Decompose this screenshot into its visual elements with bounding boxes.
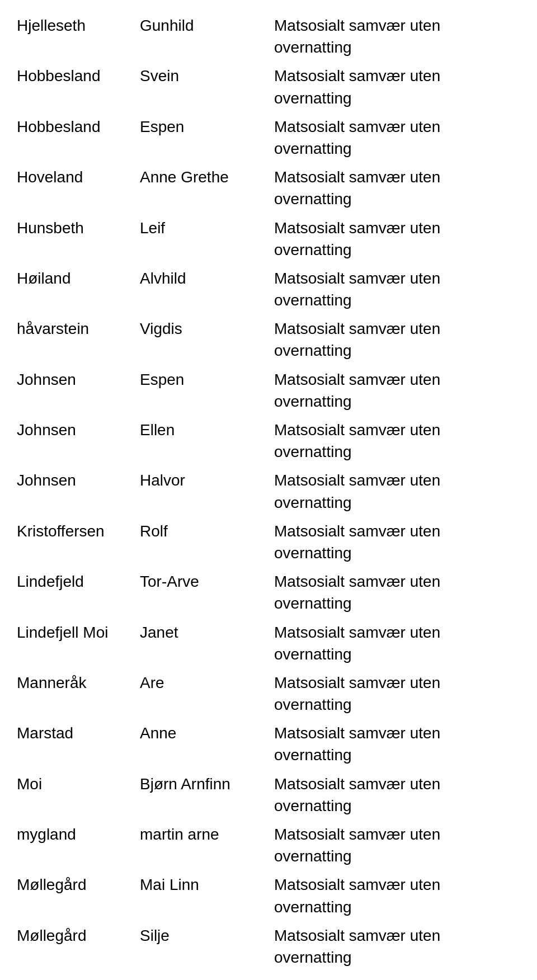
last-name: Netland — [17, 975, 140, 980]
last-name: mygland — [17, 823, 140, 867]
status-text: Matsosialt samvær uten overnatting — [274, 773, 520, 817]
first-name: Anne Grethe — [140, 166, 274, 210]
first-name: Mai Linn — [140, 874, 274, 917]
status-text: Matsosialt samvær uten overnatting — [274, 874, 520, 917]
first-name: Leif — [140, 217, 274, 261]
status-text: Matsosialt samvær uten overnatting — [274, 823, 520, 867]
table-row: Lindefjell MoiJanetMatsosialt samvær ute… — [17, 618, 520, 668]
last-name: Møllegård — [17, 874, 140, 917]
first-name: Bjørn Arnfinn — [140, 773, 274, 817]
table-row: LindefjeldTor-ArveMatsosialt samvær uten… — [17, 567, 520, 618]
status-text: Matsosialt samvær uten overnatting — [274, 116, 520, 159]
table-row: myglandmartin arneMatsosialt samvær uten… — [17, 820, 520, 870]
last-name: Hobbesland — [17, 116, 140, 159]
table-row: håvarsteinVigdisMatsosialt samvær uten o… — [17, 314, 520, 365]
status-text: Matsosialt samvær uten overnatting — [274, 975, 520, 980]
last-name: Johnsen — [17, 419, 140, 463]
status-text: Matsosialt samvær uten overnatting — [274, 722, 520, 766]
table-row: JohnsenEspenMatsosialt samvær uten overn… — [17, 365, 520, 416]
first-name: Gunhild — [140, 15, 274, 58]
last-name: Johnsen — [17, 369, 140, 412]
table-row: KristoffersenRolfMatsosialt samvær uten … — [17, 517, 520, 567]
status-text: Matsosialt samvær uten overnatting — [274, 217, 520, 261]
last-name: Moi — [17, 773, 140, 817]
last-name: Hunsbeth — [17, 217, 140, 261]
status-text: Matsosialt samvær uten overnatting — [274, 925, 520, 968]
last-name: Hoveland — [17, 166, 140, 210]
first-name: Espen — [140, 369, 274, 412]
status-text: Matsosialt samvær uten overnatting — [274, 369, 520, 412]
last-name: Manneråk — [17, 672, 140, 715]
first-name: Espen — [140, 116, 274, 159]
table-row: HjellesethGunhildMatsosialt samvær uten … — [17, 11, 520, 62]
first-name: Svein — [140, 65, 274, 109]
data-table: HjellesethGunhildMatsosialt samvær uten … — [17, 11, 520, 980]
last-name: Johnsen — [17, 469, 140, 513]
table-row: JohnsenEllenMatsosialt samvær uten overn… — [17, 416, 520, 466]
status-text: Matsosialt samvær uten overnatting — [274, 267, 520, 311]
table-row: MoiBjørn ArnfinnMatsosialt samvær uten o… — [17, 770, 520, 820]
table-row: JohnsenHalvorMatsosialt samvær uten over… — [17, 466, 520, 516]
first-name: Silje — [140, 925, 274, 968]
table-row: HøilandAlvhildMatsosialt samvær uten ove… — [17, 264, 520, 314]
first-name: Vigdis — [140, 318, 274, 361]
status-text: Matsosialt samvær uten overnatting — [274, 672, 520, 715]
table-row: MøllegårdMai LinnMatsosialt samvær uten … — [17, 870, 520, 921]
table-row: MarstadAnneMatsosialt samvær uten overna… — [17, 719, 520, 769]
status-text: Matsosialt samvær uten overnatting — [274, 520, 520, 564]
last-name: Lindefjeld — [17, 571, 140, 614]
first-name: Alvhild — [140, 267, 274, 311]
first-name: Mona — [140, 975, 274, 980]
table-row: MøllegårdSiljeMatsosialt samvær uten ove… — [17, 921, 520, 972]
last-name: Hjelleseth — [17, 15, 140, 58]
table-row: HunsbethLeifMatsosialt samvær uten overn… — [17, 214, 520, 264]
first-name: Janet — [140, 621, 274, 665]
last-name: Lindefjell Moi — [17, 621, 140, 665]
table-row: ManneråkAreMatsosialt samvær uten overna… — [17, 668, 520, 719]
first-name: Tor-Arve — [140, 571, 274, 614]
table-row: HobbeslandEspenMatsosialt samvær uten ov… — [17, 112, 520, 163]
first-name: Ellen — [140, 419, 274, 463]
table-row: NetlandMonaMatsosialt samvær uten overna… — [17, 972, 520, 980]
status-text: Matsosialt samvær uten overnatting — [274, 469, 520, 513]
status-text: Matsosialt samvær uten overnatting — [274, 166, 520, 210]
table-row: HovelandAnne GretheMatsosialt samvær ute… — [17, 163, 520, 213]
status-text: Matsosialt samvær uten overnatting — [274, 15, 520, 58]
status-text: Matsosialt samvær uten overnatting — [274, 419, 520, 463]
last-name: Hobbesland — [17, 65, 140, 109]
first-name: Are — [140, 672, 274, 715]
first-name: Anne — [140, 722, 274, 766]
last-name: Høiland — [17, 267, 140, 311]
first-name: Halvor — [140, 469, 274, 513]
last-name: håvarstein — [17, 318, 140, 361]
first-name: martin arne — [140, 823, 274, 867]
table-row: HobbeslandSveinMatsosialt samvær uten ov… — [17, 62, 520, 112]
last-name: Marstad — [17, 722, 140, 766]
status-text: Matsosialt samvær uten overnatting — [274, 65, 520, 109]
last-name: Kristoffersen — [17, 520, 140, 564]
first-name: Rolf — [140, 520, 274, 564]
status-text: Matsosialt samvær uten overnatting — [274, 318, 520, 361]
last-name: Møllegård — [17, 925, 140, 968]
status-text: Matsosialt samvær uten overnatting — [274, 571, 520, 614]
status-text: Matsosialt samvær uten overnatting — [274, 621, 520, 665]
